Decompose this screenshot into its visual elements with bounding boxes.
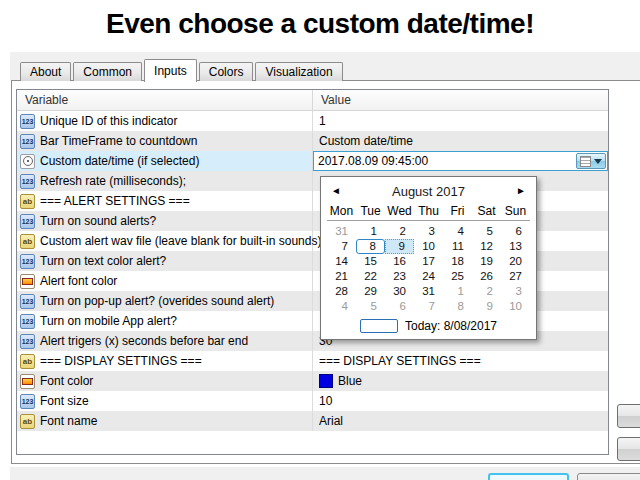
calendar-day-cell[interactable]: 7 [414,299,443,314]
calendar-day-cell[interactable]: 5 [472,224,501,239]
param-value: === DISPLAY SETTINGS === [319,354,481,368]
calendar-day-cell[interactable]: 6 [501,224,530,239]
calendar-day-cell[interactable]: 3 [501,284,530,299]
tab-inputs[interactable]: Inputs [144,59,197,82]
calendar-day-cell[interactable]: 18 [443,254,472,269]
calendar-day-cell[interactable]: 9 [385,239,414,254]
calendar-day-cell[interactable]: 11 [443,239,472,254]
calendar-day-cell[interactable]: 24 [414,269,443,284]
value-cell[interactable]: === DISPLAY SETTINGS === [313,351,608,371]
table-row[interactable]: Custom date/time (if selected)2017.08.09… [17,151,608,171]
calendar-day-cell[interactable]: 5 [356,299,385,314]
tab-visualization[interactable]: Visualization [255,62,342,81]
param-label: Unique ID of this indicator [40,114,177,128]
calendar-day-cell[interactable]: 1 [356,224,385,239]
variable-cell: Alert font color [17,271,313,291]
calendar-day-cell[interactable]: 13 [501,239,530,254]
param-label: Refresh rate (milliseconds); [40,174,186,188]
calendar-day-cell[interactable]: 14 [327,254,356,269]
calendar-next-icon[interactable]: ► [514,185,526,197]
calendar-day-cell[interactable]: 6 [385,299,414,314]
value-cell[interactable]: Custom date/time [313,131,608,151]
datetime-input[interactable]: 2017.08.09 09:45:00 [313,151,608,171]
calendar-day-cell[interactable]: 2 [385,224,414,239]
num-param-icon: 123 [20,214,35,229]
calendar-day-cell[interactable]: 28 [327,284,356,299]
calendar-day-cell[interactable]: 16 [385,254,414,269]
calendar-day-cell[interactable]: 2 [472,284,501,299]
calendar-day-cell[interactable]: 31 [327,224,356,239]
calendar-day-cell[interactable]: 20 [501,254,530,269]
side-button-lower[interactable] [617,437,640,461]
value-cell[interactable]: Arial [313,411,608,431]
day-name: Sat [472,204,501,218]
calendar-day-cell[interactable]: 8 [356,239,385,254]
calendar-day-cell[interactable]: 21 [327,269,356,284]
param-value: Custom date/time [319,134,413,148]
day-name: Thu [414,204,443,218]
num-param-icon: 123 [20,134,35,149]
calendar-day-cell[interactable]: 10 [414,239,443,254]
calendar-day-cell[interactable]: 27 [501,269,530,284]
calendar-day-cell[interactable]: 31 [414,284,443,299]
calendar-day-cell[interactable]: 3 [414,224,443,239]
calendar-day-cell[interactable]: 17 [414,254,443,269]
side-button-upper[interactable] [617,404,640,428]
value-cell[interactable]: Blue [313,371,608,391]
table-row[interactable]: 123Font size10 [17,391,608,411]
datetime-value[interactable]: 2017.08.09 09:45:00 [314,154,576,168]
num-param-icon: 123 [20,114,35,129]
calendar-grid-icon [580,156,591,167]
calendar-day-cell[interactable]: 4 [327,299,356,314]
calendar-day-cell[interactable]: 30 [385,284,414,299]
calendar-day-cell[interactable]: 9 [472,299,501,314]
calendar-day-cell[interactable]: 15 [356,254,385,269]
calendar-day-cell[interactable]: 23 [385,269,414,284]
variable-cell: 123Refresh rate (milliseconds); [17,171,313,191]
value-cell[interactable]: 2017.08.09 09:45:00 [313,151,608,171]
param-label: Turn on text color alert? [40,254,166,268]
calendar-day-cell[interactable]: 19 [472,254,501,269]
tab-colors[interactable]: Colors [199,62,254,81]
ab-param-icon: ab [20,234,35,249]
calendar-dropdown-button[interactable] [576,153,606,169]
table-row[interactable]: 123Unique ID of this indicator1 [17,111,608,131]
day-name: Wed [385,204,414,218]
day-name: Tue [356,204,385,218]
bottom-button-right[interactable] [577,473,640,480]
calendar-day-cell[interactable]: 4 [443,224,472,239]
calendar-day-cell[interactable]: 12 [472,239,501,254]
calendar-day-cell[interactable]: 22 [356,269,385,284]
calendar-day-cell[interactable]: 7 [327,239,356,254]
variable-cell: 123Unique ID of this indicator [17,111,313,131]
calendar-prev-icon[interactable]: ◄ [331,185,343,197]
param-value: 1 [319,114,326,128]
variable-cell: 123Turn on pop-up alert? (overides sound… [17,291,313,311]
calendar-day-cell[interactable]: 8 [443,299,472,314]
num-param-icon: 123 [20,294,35,309]
param-value: Blue [338,374,362,388]
value-cell[interactable]: 10 [313,391,608,411]
tab-about[interactable]: About [20,62,71,81]
calendar-grid: 3112345678910111213141516171819202122232… [327,224,530,314]
value-cell[interactable]: 1 [313,111,608,131]
calendar-day-cell[interactable]: 29 [356,284,385,299]
calendar-header: ◄ August 2017 ► [321,181,536,201]
variable-cell: Font color [17,371,313,391]
calendar-day-cell[interactable]: 10 [501,299,530,314]
bottom-button-focused[interactable] [488,473,569,480]
param-label: Font name [40,414,97,428]
calendar-day-cell[interactable]: 1 [443,284,472,299]
table-row[interactable]: ab=== DISPLAY SETTINGS ====== DISPLAY SE… [17,351,608,371]
calendar-day-cell[interactable]: 25 [443,269,472,284]
calendar-today-label[interactable]: Today: 8/08/2017 [405,319,497,333]
table-row[interactable]: 123Bar TimeFrame to countdownCustom date… [17,131,608,151]
day-name: Sun [501,204,530,218]
variable-cell: 123Alert trigers (x) seconds before bar … [17,331,313,351]
calendar-footer[interactable]: Today: 8/08/2017 [321,317,536,335]
table-row[interactable]: Font colorBlue [17,371,608,391]
variable-cell: ab=== DISPLAY SETTINGS === [17,351,313,371]
calendar-day-cell[interactable]: 26 [472,269,501,284]
table-row[interactable]: abFont nameArial [17,411,608,431]
tab-common[interactable]: Common [73,62,142,81]
